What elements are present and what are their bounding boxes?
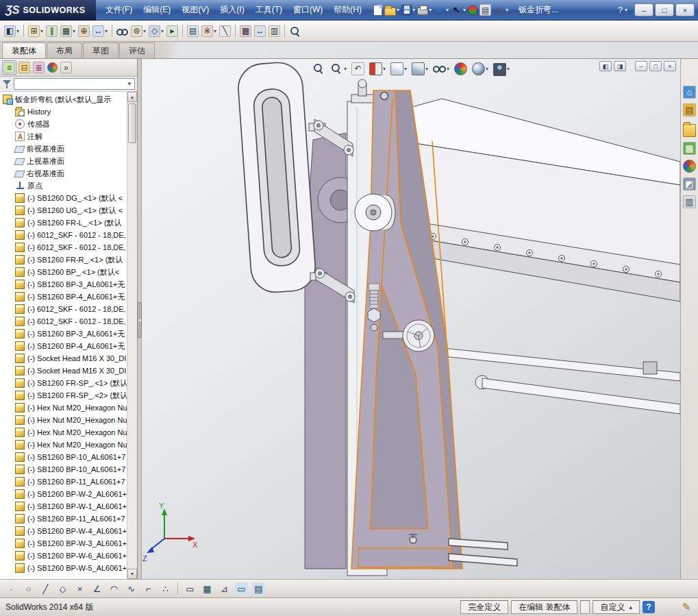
tree-item[interactable]: (-) SB1260 DG_.<1> (默认 < [0,192,127,204]
hide-show-items-icon[interactable]: ▾ [432,62,450,76]
doc-restore-button[interactable]: □ [649,61,662,71]
tree-item[interactable]: (-) SB1260 BP-4_AL6061+无 [0,340,127,352]
edit-component-icon-dropdown[interactable]: ▾ [16,28,19,34]
tree-item[interactable]: (-) Hex Nut M20_Hexagon Nu [0,439,127,451]
sketch-line-icon[interactable]: ╱ [38,582,53,596]
task-file-explorer-icon[interactable] [682,121,697,138]
edit-appearance-icon[interactable] [453,62,468,76]
filter-dropdown-icon[interactable]: ▼ [127,81,132,87]
task-view-palette-icon[interactable]: ▦ [682,141,697,156]
tree-item[interactable]: 前视基准面 [0,143,127,155]
tree-item[interactable]: (-) 6012_SKF - 6012 - 18,DE, [0,229,127,241]
reference-geometry-icon[interactable]: ◇▾ [148,25,164,38]
sketch-grid-icon[interactable]: ▦ [200,582,214,596]
scroll-down-button[interactable]: ▼ [127,569,137,579]
select-icon-dropdown[interactable]: ▾ [463,7,466,13]
maximize-button[interactable]: □ [655,3,674,16]
tree-item[interactable]: (-) SB1260 BP-W-5_AL6061+ [0,562,127,574]
status-custom-arrow-icon[interactable]: ▴ [629,604,632,611]
tree-item[interactable]: (-) SB1260 BP-W-2_AL6061+ [0,488,127,500]
help-button[interactable]: ? ▾ [618,5,627,15]
apply-scene-icon[interactable]: ▾ [471,62,489,76]
displaymanager-tab-icon[interactable] [47,62,58,73]
tree-item[interactable]: (-) Hex Nut M20_Hexagon Nu [0,414,127,426]
scroll-track[interactable] [127,102,137,569]
select-icon[interactable]: ↖▾ [450,3,466,16]
mate-icon[interactable]: ∥ [45,25,58,38]
print-icon[interactable]: ▾ [416,4,432,16]
new-motion-study-icon[interactable]: ▸ [166,25,179,38]
edit-component-icon[interactable]: ◧▾ [3,25,20,38]
task-resources-icon[interactable]: ⌂ [682,85,697,99]
sketch-point-icon[interactable]: · [4,582,18,596]
open-icon-dropdown[interactable]: ▾ [397,7,399,13]
tree-item[interactable]: (-) 6012_SKF - 6012 - 18,DE, [0,241,127,254]
clamp-handle[interactable] [237,61,317,294]
tree-item[interactable]: 传感器 [0,118,127,130]
zoom-to-area-icon[interactable]: ▾ [329,62,347,76]
tab-layout[interactable]: 布局 [47,42,82,58]
bill-of-materials-icon[interactable]: ▤ [186,25,199,38]
propertymanager-tab-icon[interactable]: ⊟ [18,61,31,74]
tree-item[interactable]: (-) SB1260 BP-W-6_AL6061+ [0,550,127,562]
options-icon[interactable]: ⊛▾ [493,3,509,16]
tree-item[interactable]: (-) SB1260 FR-L_.<1> (默认 [0,217,127,229]
tree-item[interactable]: (-) SB1260 BP-4_AL6061+无 [0,291,127,303]
save-icon[interactable]: ▾ [401,4,416,16]
sketch-polygon-icon[interactable]: ◇ [55,582,70,596]
show-hidden-components-icon[interactable] [116,25,129,38]
sketch-angle-icon[interactable]: ∠ [90,582,104,596]
hide-show-items-icon-dropdown[interactable]: ▾ [447,66,449,72]
menu-item[interactable]: 插入(I) [214,1,249,19]
filter-funnel-icon[interactable] [2,79,12,89]
close-button[interactable]: × [675,3,695,16]
mass-properties-icon[interactable]: ▥ [268,25,281,38]
graphics-area[interactable]: Y X Z ▾↶▾▾▾▾▾▾ ◧◨–□× [142,59,680,579]
zoom-to-fit-icon[interactable] [312,62,326,76]
tree-item[interactable]: (-) SB1260 BP-W-3_AL6061+ [0,537,127,550]
new-document-icon[interactable] [373,4,383,16]
menu-item[interactable]: 工具(T) [250,1,288,19]
tree-item[interactable]: (-) SB1260 BP_.<1> (默认< [0,266,127,278]
guide-rods[interactable] [427,346,680,414]
tree-item[interactable]: (-) SB1260 BP-11_AL6061+7 [0,476,127,488]
tab-sketch[interactable]: 草图 [83,42,119,58]
tree-item[interactable]: 右视基准面 [0,167,127,180]
doc-minimize-button[interactable]: – [635,61,647,71]
menu-item[interactable]: 视图(V) [176,1,214,19]
display-style-icon[interactable]: ▾ [411,62,429,76]
move-component-icon[interactable]: ↔▾ [92,25,108,38]
tree-item[interactable]: (-) SB1260 BP-W-1_AL6061+ [0,500,127,513]
tree-item[interactable]: (-) Hex Nut M20_Hexagon Nu [0,402,127,414]
tree-item[interactable]: (-) SB1260 FR-SP_.<1> (默认 [0,377,127,389]
tab-evaluate[interactable]: 评估 [119,42,155,58]
exploded-view-icon-dropdown[interactable]: ▾ [214,28,216,34]
tree-item[interactable]: (-) Hex Nut M20_Hexagon Nu [0,426,127,439]
tree-item[interactable]: 原点 [0,180,127,192]
splitter-grip[interactable]: ◂ [137,302,142,338]
menu-item[interactable]: 帮助(H) [328,1,367,19]
section-view-icon[interactable]: ▾ [369,62,386,76]
tree-item[interactable]: (-) SB1260 FR-R_.<1> (默认 [0,254,127,266]
linear-component-pattern-icon-dropdown[interactable]: ▾ [73,28,75,34]
linear-component-pattern-icon[interactable]: ▦▾ [60,25,76,38]
status-custom-dropdown[interactable]: 自定义 ▴ [593,600,640,614]
undo-icon[interactable]: ↩▾ [433,3,449,16]
status-help-icon[interactable]: ? [643,601,655,613]
scroll-thumb[interactable] [128,103,136,143]
sketch-rect-icon[interactable]: ▭ [234,582,249,596]
apply-scene-icon-dropdown[interactable]: ▾ [486,66,488,72]
insert-components-icon-dropdown[interactable]: ▾ [40,28,43,34]
options-icon-dropdown[interactable]: ▾ [506,7,508,13]
filter-input[interactable]: ▼ [14,78,135,90]
undo-icon-dropdown[interactable]: ▾ [446,7,449,13]
configurationmanager-tab-icon[interactable]: ≣ [32,61,45,74]
minimize-button[interactable]: – [634,3,653,16]
exploded-view-icon[interactable]: ※▾ [201,25,217,38]
assembly-features-icon[interactable]: ⊚▾ [130,25,147,38]
tree-item[interactable]: (-) SB1260 UG_.<1> (默认 < [0,204,127,217]
3d-model[interactable]: Y X Z [142,59,680,579]
sketch-slot-icon[interactable]: ▭ [183,582,197,596]
tree-item[interactable]: (-) Socket Head M16 X 30_DI [0,365,127,377]
tree-item[interactable]: History [0,106,127,118]
